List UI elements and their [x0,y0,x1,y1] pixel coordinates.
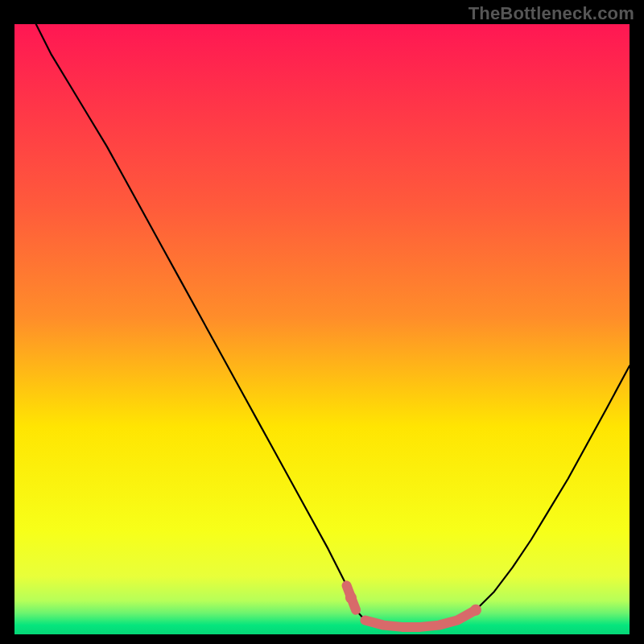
chart-frame: TheBottleneck.com [0,0,644,644]
svg-point-2 [470,605,481,616]
plot-area [14,24,630,634]
bottleneck-chart [14,24,630,634]
svg-point-1 [345,592,357,604]
svg-rect-0 [14,24,630,634]
attribution-text: TheBottleneck.com [469,3,634,24]
